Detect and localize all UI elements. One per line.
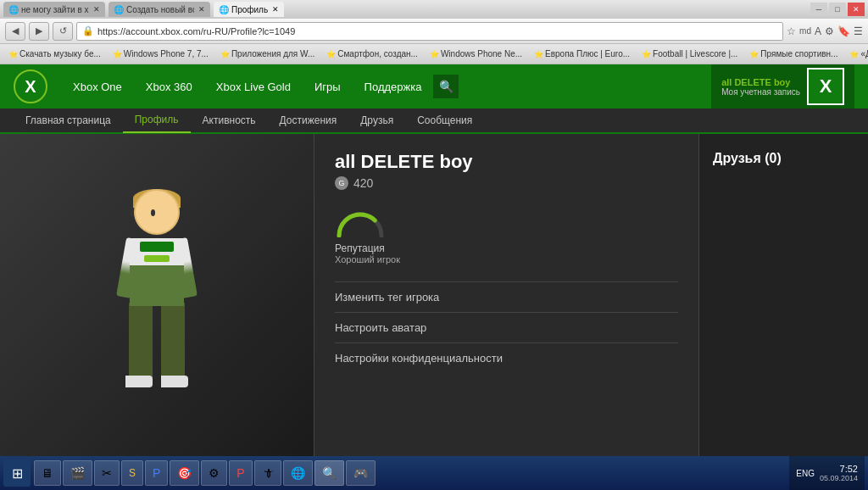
- bookmark-8-label: Прямые спортивн...: [760, 49, 837, 58]
- maximize-button[interactable]: □: [829, 3, 846, 16]
- taskbar-item-10[interactable]: 🌐: [283, 460, 313, 486]
- friends-title: Друзья (0): [713, 151, 854, 166]
- subnav-home[interactable]: Главная страница: [14, 108, 123, 133]
- xbox-header: X Xbox One Xbox 360 Xbox Live Gold Игры …: [0, 64, 868, 109]
- tab-2[interactable]: 🌐 Создать новый вопрос и... ✕: [108, 2, 210, 17]
- action-change-gamertag[interactable]: Изменить тег игрока: [335, 281, 678, 312]
- minimize-button[interactable]: ─: [810, 3, 827, 16]
- taskbar-item-7[interactable]: ⚙: [201, 460, 227, 486]
- nav-games[interactable]: Игры: [303, 64, 353, 109]
- bookmark-3[interactable]: ⭐ Приложения для W...: [217, 48, 318, 59]
- profile-actions: Изменить тег игрока Настроить аватар Нас…: [335, 281, 678, 373]
- tab-1[interactable]: 🌐 не могу зайти в xbox ga... ✕: [3, 2, 105, 17]
- menu-icon[interactable]: ☰: [854, 25, 863, 37]
- taskbar-icon-6: 🎯: [177, 466, 192, 480]
- taskbar-icon-5: P: [153, 466, 160, 480]
- search-button[interactable]: 🔍: [433, 75, 459, 98]
- taskbar-item-9[interactable]: 🗡: [254, 460, 281, 486]
- bookmark-4[interactable]: ⭐ Смартфон, создан...: [323, 48, 421, 59]
- tab-1-close[interactable]: ✕: [93, 5, 100, 14]
- start-button[interactable]: ⊞: [3, 459, 31, 487]
- subnav-activity[interactable]: Активность: [191, 108, 268, 133]
- taskbar-icon-10: 🌐: [291, 466, 305, 480]
- reputation-section: Репутация Хороший игрок: [335, 203, 678, 264]
- bookmark-1[interactable]: ⭐ Скачать музыку бе...: [5, 48, 104, 59]
- bookmark-8-icon: ⭐: [749, 50, 759, 58]
- nav-support[interactable]: Поддержка: [353, 64, 434, 109]
- ext-icon-2[interactable]: ⚙: [825, 25, 834, 37]
- xbox-logo: X: [14, 70, 47, 103]
- tools-icon[interactable]: md: [799, 26, 811, 36]
- subnav-profile[interactable]: Профиль: [123, 108, 191, 133]
- subnav-messages[interactable]: Сообщения: [405, 108, 484, 133]
- subnav-friends[interactable]: Друзья: [348, 108, 405, 133]
- avatar-left-leg: [129, 303, 153, 379]
- bookmark-6-icon: ⭐: [534, 50, 543, 58]
- close-button[interactable]: ✕: [848, 3, 865, 16]
- bookmark-8[interactable]: ⭐ Прямые спортивн...: [746, 48, 841, 59]
- nav-xbox-360[interactable]: Xbox 360: [134, 64, 204, 109]
- bookmark-6[interactable]: ⭐ Европа Плюс | Euro...: [531, 48, 633, 59]
- ext-icon-1[interactable]: A: [815, 25, 821, 37]
- title-bar: 🌐 не могу зайти в xbox ga... ✕ 🌐 Создать…: [0, 0, 868, 19]
- bookmark-7[interactable]: ⭐ Football | Livescore |...: [638, 48, 741, 59]
- window-controls: ─ □ ✕: [810, 3, 865, 16]
- taskbar-item-4[interactable]: S: [121, 460, 143, 486]
- taskbar-icon-12: 🎮: [353, 466, 368, 480]
- ssl-icon: 🔒: [82, 25, 94, 36]
- avatar-body: [130, 238, 184, 306]
- taskbar-item-5[interactable]: P: [145, 460, 168, 486]
- tab-2-close[interactable]: ✕: [198, 5, 205, 14]
- profile-panel: all DELETE boy G 420 Репутация Хороший и…: [314, 134, 698, 465]
- user-info: all DELETE boy Моя учетная запись: [721, 77, 800, 97]
- bookmark-2-icon: ⭐: [113, 50, 122, 58]
- system-tray: ENG 7:52 05.09.2014: [789, 456, 865, 490]
- bookmark-1-label: Скачать музыку бе...: [19, 49, 101, 58]
- my-account-label[interactable]: Моя учетная запись: [721, 87, 800, 97]
- forward-button[interactable]: ▶: [29, 22, 49, 41]
- action-customize-avatar[interactable]: Настроить аватар: [335, 312, 678, 342]
- nav-xbox-live-gold[interactable]: Xbox Live Gold: [204, 64, 303, 109]
- subnav-achievements[interactable]: Достижения: [268, 108, 349, 133]
- taskbar-item-3[interactable]: ✂: [94, 460, 120, 486]
- address-text: https://account.xbox.com/ru-RU/Profile?l…: [97, 26, 295, 36]
- nav-bar: ◀ ▶ ↺ 🔒 https://account.xbox.com/ru-RU/P…: [0, 19, 868, 44]
- tab-1-icon: 🌐: [8, 5, 19, 14]
- taskbar-item-8[interactable]: P: [229, 460, 252, 486]
- address-bar[interactable]: 🔒 https://account.xbox.com/ru-RU/Profile…: [76, 22, 783, 41]
- bookmark-9[interactable]: ⭐ «ДАР»: [846, 48, 868, 59]
- start-icon: ⊞: [12, 465, 23, 482]
- ext-icon-3[interactable]: 🔖: [837, 25, 850, 37]
- action-privacy-settings[interactable]: Настройки конфиденциальности: [335, 342, 678, 373]
- bookmark-2[interactable]: ⭐ Windows Phone 7, 7...: [109, 48, 212, 59]
- taskbar-item-6[interactable]: 🎯: [170, 460, 199, 486]
- refresh-button[interactable]: ↺: [53, 22, 73, 41]
- logged-in-username: all DELETE boy: [721, 77, 800, 87]
- tab-3[interactable]: 🌐 Профиль ✕: [214, 2, 284, 17]
- taskbar-item-11[interactable]: 🔍: [314, 460, 344, 486]
- tab-3-close[interactable]: ✕: [272, 5, 279, 14]
- taskbar-icon-7: ⚙: [209, 466, 220, 480]
- avatar-figure: [89, 189, 225, 409]
- taskbar: ⊞ 🖥 🎬 ✂ S P 🎯 ⚙ P 🗡 🌐: [0, 456, 868, 490]
- gamerscore-value: 420: [353, 176, 373, 190]
- profile-username: all DELETE boy: [335, 151, 678, 173]
- back-button[interactable]: ◀: [5, 22, 25, 41]
- bookmark-3-icon: ⭐: [220, 50, 230, 58]
- tray-date: 05.09.2014: [820, 474, 858, 482]
- reputation-arc: [335, 203, 386, 237]
- nav-icons: ☆ md A ⚙ 🔖 ☰: [787, 25, 863, 37]
- taskbar-item-12[interactable]: 🎮: [346, 460, 376, 486]
- taskbar-icon-3: ✂: [102, 466, 112, 480]
- tab-2-icon: 🌐: [114, 5, 124, 14]
- taskbar-item-1[interactable]: 🖥: [34, 460, 61, 486]
- bookmark-5[interactable]: ⭐ Windows Phone Ne...: [426, 48, 526, 59]
- star-icon[interactable]: ☆: [787, 25, 796, 37]
- bookmark-9-label: «ДАР»: [860, 49, 868, 58]
- nav-xbox-one[interactable]: Xbox One: [61, 64, 134, 109]
- bookmark-4-label: Смартфон, создан...: [337, 49, 418, 58]
- taskbar-icon-11: 🔍: [322, 466, 337, 480]
- taskbar-item-2[interactable]: 🎬: [63, 460, 92, 486]
- xbox-main-nav: Xbox One Xbox 360 Xbox Live Gold Игры По…: [61, 64, 711, 109]
- bookmark-5-label: Windows Phone Ne...: [441, 49, 522, 58]
